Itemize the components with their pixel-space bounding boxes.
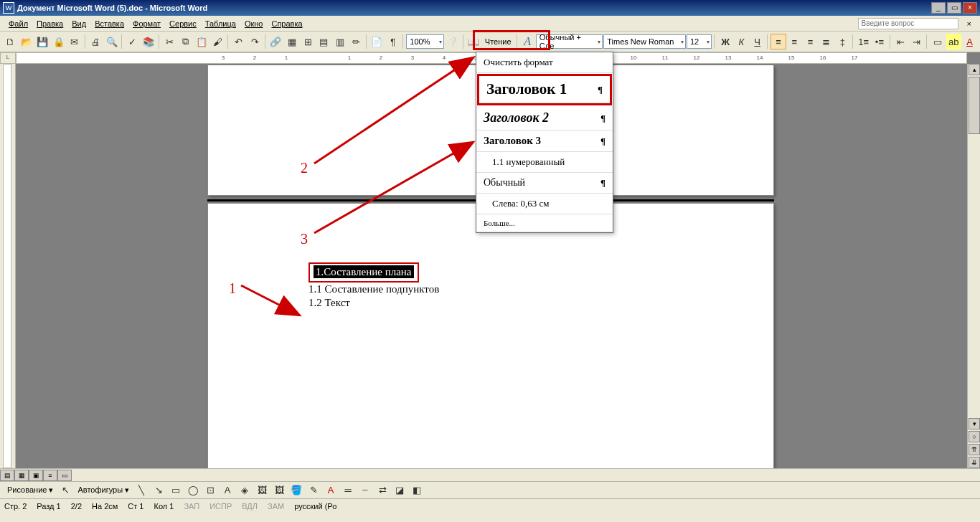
wordart-icon[interactable]: A [220, 483, 235, 498]
print-view-icon[interactable]: ▣ [29, 470, 43, 481]
font-size-combo[interactable]: 12 [687, 34, 712, 49]
style-indent[interactable]: Слева: 0,63 см [476, 194, 613, 214]
line-color-icon[interactable]: ✎ [306, 483, 321, 498]
menu-table[interactable]: Таблица [201, 18, 240, 29]
menu-edit[interactable]: Правка [32, 18, 67, 29]
columns-icon[interactable]: ▥ [332, 34, 347, 49]
vertical-ruler[interactable] [0, 64, 16, 468]
style-heading-1[interactable]: Заголовок 1¶ [479, 76, 610, 103]
shadow-icon[interactable]: ◪ [392, 483, 407, 498]
restore-button[interactable]: ▭ [947, 2, 961, 14]
picture-icon[interactable]: 🖼 [271, 483, 287, 498]
rectangle-icon[interactable]: ▭ [168, 483, 184, 498]
clipart-icon[interactable]: 🖼 [254, 483, 270, 498]
page-2[interactable]: 1.Составление плана 1.1 Составление подп… [207, 203, 774, 468]
excel-icon[interactable]: ▤ [316, 34, 331, 49]
style-heading-3[interactable]: Заголовок 3¶ [476, 130, 613, 152]
new-doc-icon[interactable]: 🗋 [3, 34, 18, 49]
prev-page-icon[interactable]: ⇈ [969, 444, 980, 455]
underline-button[interactable]: Ч [750, 34, 765, 49]
align-left-icon[interactable]: ≡ [771, 34, 786, 49]
save-icon[interactable]: 💾 [35, 34, 50, 49]
dash-style-icon[interactable]: ┄ [357, 483, 373, 498]
copy-icon[interactable]: ⧉ [178, 34, 193, 49]
align-justify-icon[interactable]: ≣ [819, 34, 834, 49]
style-combo[interactable]: Обычный + Сле [536, 34, 603, 49]
hyperlink-icon[interactable]: 🔗 [268, 34, 283, 49]
paste-icon[interactable]: 📋 [194, 34, 209, 49]
help-icon[interactable]: ❔ [445, 34, 460, 49]
reading-view-icon[interactable]: ▭ [57, 470, 72, 481]
doc-map-icon[interactable]: 📄 [369, 34, 385, 49]
mail-icon[interactable]: ✉ [67, 34, 82, 49]
minimize-button[interactable]: _ [931, 2, 946, 14]
web-view-icon[interactable]: ▦ [14, 470, 29, 481]
vertical-scrollbar[interactable]: ▴ ▾ ○ ⇈ ⇊ [967, 64, 980, 468]
next-page-icon[interactable]: ⇊ [969, 457, 980, 468]
help-search-input[interactable] [858, 18, 958, 29]
bold-button[interactable]: Ж [717, 34, 732, 49]
menu-view[interactable]: Вид [67, 18, 90, 29]
permission-icon[interactable]: 🔒 [51, 34, 66, 49]
line-icon[interactable]: ╲ [133, 483, 149, 498]
style-heading-2[interactable]: Заголовок 2¶ [476, 106, 613, 130]
open-icon[interactable]: 📂 [19, 34, 34, 49]
research-icon[interactable]: 📚 [141, 34, 156, 49]
italic-button[interactable]: К [734, 34, 749, 49]
reading-button[interactable]: Чтение [482, 37, 514, 46]
menu-format[interactable]: Формат [128, 18, 165, 29]
ruler-corner[interactable]: L [0, 52, 16, 64]
bullet-list-icon[interactable]: •≡ [872, 34, 887, 49]
arrow-icon[interactable]: ↘ [151, 483, 166, 498]
reading-icon[interactable]: 📖 [466, 34, 481, 49]
tables-borders-icon[interactable]: ▦ [284, 34, 299, 49]
style-more[interactable]: Больше... [476, 214, 613, 232]
menu-insert[interactable]: Вставка [90, 18, 128, 29]
zoom-combo[interactable]: 100% [406, 34, 444, 49]
spellcheck-icon[interactable]: ✓ [125, 34, 140, 49]
font-color-icon[interactable]: A [962, 34, 977, 49]
cut-icon[interactable]: ✂ [162, 34, 177, 49]
menu-help[interactable]: Справка [267, 18, 306, 29]
menu-service[interactable]: Сервис [165, 18, 201, 29]
oval-icon[interactable]: ◯ [185, 483, 201, 498]
browse-object-icon[interactable]: ○ [969, 431, 980, 442]
drawing-icon[interactable]: ✏ [348, 34, 363, 49]
menu-window[interactable]: Окно [240, 18, 268, 29]
outline-view-icon[interactable]: ≡ [43, 470, 57, 481]
menu-file[interactable]: Файл [4, 18, 32, 29]
font-combo[interactable]: Times New Roman [603, 34, 686, 49]
increase-indent-icon[interactable]: ⇥ [909, 34, 924, 49]
drawing-menu[interactable]: Рисование ▾ [4, 485, 56, 495]
diagram-icon[interactable]: ◈ [237, 483, 253, 498]
3d-icon[interactable]: ◧ [409, 483, 425, 498]
line-spacing-icon[interactable]: ‡ [835, 34, 850, 49]
insert-table-icon[interactable]: ⊞ [300, 34, 315, 49]
doc-line-2[interactable]: 1.1 Составление подпунктов [308, 283, 745, 297]
format-painter-icon[interactable]: 🖌 [210, 34, 225, 49]
align-right-icon[interactable]: ≡ [803, 34, 818, 49]
highlight-icon[interactable]: ab [946, 34, 961, 49]
line-style-icon[interactable]: ═ [340, 483, 356, 498]
style-numbered[interactable]: 1.1 нумерованный [476, 152, 613, 173]
show-marks-icon[interactable]: ¶ [385, 34, 400, 49]
scroll-down-icon[interactable]: ▾ [969, 418, 980, 430]
undo-icon[interactable]: ↶ [231, 34, 246, 49]
borders-icon[interactable]: ▭ [930, 34, 945, 49]
decrease-indent-icon[interactable]: ⇤ [893, 34, 908, 49]
style-clear[interactable]: Очистить формат [476, 52, 613, 73]
scroll-up-icon[interactable]: ▴ [969, 64, 980, 75]
doc-line-3[interactable]: 1.2 Текст [308, 296, 745, 310]
doc-close-button[interactable]: × [963, 18, 976, 29]
preview-icon[interactable]: 🔍 [104, 34, 119, 49]
close-button[interactable]: × [963, 2, 977, 14]
arrow-style-icon[interactable]: ⇄ [374, 483, 390, 498]
print-icon[interactable]: 🖨 [88, 34, 103, 49]
styles-pane-icon[interactable]: A [519, 34, 534, 49]
redo-icon[interactable]: ↷ [247, 34, 262, 49]
select-objects-icon[interactable]: ↖ [57, 483, 73, 498]
normal-view-icon[interactable]: ▤ [0, 470, 14, 481]
align-center-icon[interactable]: ≡ [787, 34, 802, 49]
autoshapes-menu[interactable]: Автофигуры ▾ [75, 485, 132, 495]
fill-color-icon[interactable]: 🪣 [288, 483, 304, 498]
